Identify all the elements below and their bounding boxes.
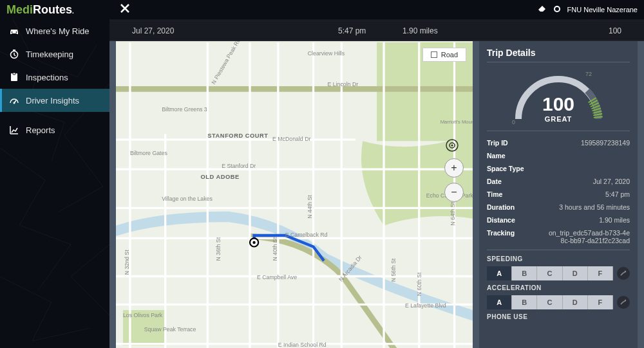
sidebar-item-driver-insights[interactable]: Driver Insights xyxy=(0,89,109,112)
trip-score: 100 xyxy=(609,26,621,35)
detail-row: Duration3 hours and 56 minutes xyxy=(487,201,630,214)
svg-text:Biltmore Gates: Biltmore Gates xyxy=(130,150,167,156)
sidebar-item-label: Driver Insights xyxy=(26,96,79,105)
grade-cell-a[interactable]: A xyxy=(487,295,512,309)
svg-text:Village on the Lakes: Village on the Lakes xyxy=(162,196,213,202)
grade-cell-d[interactable]: D xyxy=(563,295,588,309)
logo-medi: Medi xyxy=(6,3,33,16)
svg-text:E Stanford Dr: E Stanford Dr xyxy=(222,163,256,169)
detail-row: Trackingon_trip_edc57aad-b733-4e8c-bb97-… xyxy=(487,226,630,247)
zoom-in-button[interactable]: + xyxy=(444,158,464,178)
close-icon[interactable] xyxy=(119,3,131,17)
logo-routes: Routes xyxy=(33,3,72,16)
svg-text:E Lincoln Dr: E Lincoln Dr xyxy=(327,81,358,87)
grade-title: SPEEDING xyxy=(487,255,630,262)
grade-section: SPEEDINGABCDF xyxy=(487,255,630,280)
grade-cell-b[interactable]: B xyxy=(512,266,537,280)
grade-title: PHONE USE xyxy=(487,313,630,320)
detail-row: Name xyxy=(487,149,630,162)
svg-text:N 60th St: N 60th St xyxy=(416,272,422,296)
sidebar-item-timekeeping[interactable]: Timekeeping xyxy=(0,42,109,66)
grade-section: ACCELERATIONABCDF xyxy=(487,284,630,309)
detail-row: Distance1.90 miles xyxy=(487,214,630,226)
svg-text:E Campbell Ave: E Campbell Ave xyxy=(257,274,297,280)
grade-cell-d[interactable]: D xyxy=(563,266,588,280)
divider xyxy=(487,250,630,250)
svg-text:E Camelback Rd: E Camelback Rd xyxy=(285,232,328,238)
detail-label: Space Type xyxy=(487,165,524,172)
svg-text:N 36th St: N 36th St xyxy=(215,237,222,261)
trips-table: Jul 27, 2020 5:47 pm 1.90 miles 100 xyxy=(109,19,644,41)
svg-text:N 32nd St: N 32nd St xyxy=(124,250,130,275)
eraser-icon[interactable] xyxy=(538,5,547,14)
svg-point-43 xyxy=(625,271,626,272)
grade-title: ACCELERATION xyxy=(487,284,630,291)
detail-label: Name xyxy=(487,152,506,160)
grade-cell-c[interactable]: C xyxy=(537,295,562,309)
sidebar-item-inspections[interactable]: Inspections xyxy=(0,66,109,89)
grade-cell-b[interactable]: B xyxy=(512,295,537,309)
detail-value: 5:47 pm xyxy=(605,190,630,198)
svg-text:Marriott's Mountain Shadows Re: Marriott's Mountain Shadows Resort & Clu… xyxy=(440,119,473,125)
clock-icon xyxy=(9,49,19,59)
main: Jul 27, 2020 5:47 pm 1.90 miles 100 xyxy=(109,19,644,348)
detail-row: Trip ID1595897238149 xyxy=(487,136,630,149)
gauge-label: GREAT xyxy=(507,115,610,123)
map-type-road-button[interactable]: Road xyxy=(422,48,466,62)
svg-text:Clearview Hills: Clearview Hills xyxy=(308,50,345,57)
gauge-min: 0 xyxy=(512,119,515,125)
sidebar-item-label: Reports xyxy=(26,125,55,135)
logo-tm: . xyxy=(72,8,74,15)
header-right: FNU Neville Nazerane xyxy=(538,5,638,14)
trip-row-partial[interactable] xyxy=(109,19,644,21)
svg-text:E Indian School Rd: E Indian School Rd xyxy=(278,342,327,348)
trip-date: Jul 27, 2020 xyxy=(132,26,338,35)
sidebar: Where's My Ride Timekeeping Inspections … xyxy=(0,19,109,348)
map[interactable]: Clearview Hills Biltmore Greens 3 STANFO… xyxy=(116,41,473,348)
grade-cell-c[interactable]: C xyxy=(537,266,562,280)
detail-rows: Trip ID1595897238149NameSpace TypeDateJu… xyxy=(487,136,630,247)
trip-row[interactable]: Jul 27, 2020 5:47 pm 1.90 miles 100 xyxy=(109,21,644,41)
sidebar-item-label: Where's My Ride xyxy=(26,26,90,36)
detail-value: Jul 27, 2020 xyxy=(593,178,630,185)
svg-point-2 xyxy=(12,32,13,33)
svg-text:E McDonald Dr: E McDonald Dr xyxy=(272,136,310,142)
zoom-out-button[interactable]: − xyxy=(444,183,464,202)
sidebar-item-label: Inspections xyxy=(26,73,68,82)
user-name[interactable]: FNU Neville Nazerane xyxy=(567,6,638,14)
map-road-label: Road xyxy=(441,51,458,59)
svg-text:N 56th St: N 56th St xyxy=(390,258,397,282)
svg-rect-7 xyxy=(13,73,15,75)
sidebar-item-wheres-my-ride[interactable]: Where's My Ride xyxy=(0,19,109,42)
grade-sections: SPEEDINGABCDFACCELERATIONABCDFPHONE USE xyxy=(487,255,630,320)
svg-text:OLD ADOBE: OLD ADOBE xyxy=(200,174,239,180)
svg-point-13 xyxy=(252,241,255,244)
detail-value: on_trip_edc57aad-b733-4e8c-bb97-da21f2c2… xyxy=(546,229,630,244)
gauge: 100 GREAT 0 72 xyxy=(487,68,630,125)
grade-section: PHONE USE xyxy=(487,313,630,320)
grade-badge-icon xyxy=(617,267,630,280)
sidebar-item-label: Timekeeping xyxy=(26,50,73,59)
details-title: Trip Details xyxy=(487,48,630,58)
grade-cell-f[interactable]: F xyxy=(588,266,613,280)
car-icon xyxy=(9,26,19,36)
map-canvas[interactable]: Clearview Hills Biltmore Greens 3 STANFO… xyxy=(116,41,473,348)
svg-text:N 44th St: N 44th St xyxy=(307,195,313,219)
grade-cell-f[interactable]: F xyxy=(588,295,613,309)
detail-row: DateJul 27, 2020 xyxy=(487,175,630,188)
sidebar-item-reports[interactable]: Reports xyxy=(0,118,109,142)
header: MediRoutes. FNU Neville Nazerane xyxy=(0,0,644,19)
gauge-tick: 72 xyxy=(585,71,592,77)
content: Clearview Hills Biltmore Greens 3 STANFO… xyxy=(109,41,644,348)
help-icon[interactable] xyxy=(553,5,561,14)
detail-label: Date xyxy=(487,178,502,185)
gauge-icon xyxy=(9,95,19,105)
svg-text:Los Olivos Park: Los Olivos Park xyxy=(123,312,163,318)
svg-text:STANFORD COURT: STANFORD COURT xyxy=(207,133,268,139)
grade-cell-a[interactable]: A xyxy=(487,266,512,280)
divider xyxy=(487,131,630,131)
svg-point-3 xyxy=(16,32,17,33)
detail-value: 1595897238149 xyxy=(581,139,630,147)
locate-icon[interactable] xyxy=(444,138,460,153)
svg-point-42 xyxy=(451,145,453,147)
